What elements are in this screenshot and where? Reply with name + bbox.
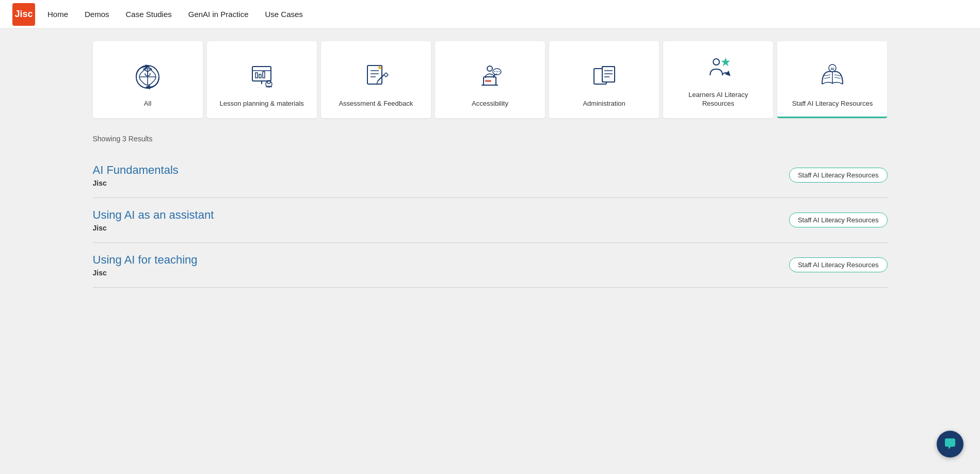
svg-point-31: [713, 59, 719, 65]
lesson-planning-icon: [245, 60, 278, 93]
category-staff-ai[interactable]: AI Staff AI Literacy Resources: [777, 41, 887, 118]
result-tag-1[interactable]: Staff AI Literacy Resources: [789, 213, 888, 227]
svg-marker-32: [721, 58, 730, 66]
result-item-0: AI Fundamentals Jisc Staff AI Literacy R…: [93, 153, 888, 198]
result-source-2: Jisc: [93, 269, 198, 277]
nav-genai[interactable]: GenAI in Practice: [188, 10, 249, 19]
result-tag-2[interactable]: Staff AI Literacy Resources: [789, 257, 888, 272]
svg-text:AI: AI: [830, 67, 834, 71]
result-info-2: Using AI for teaching Jisc: [93, 253, 198, 277]
administration-icon: [588, 60, 621, 93]
jisc-logo[interactable]: Jisc: [12, 3, 35, 26]
svg-rect-5: [255, 73, 258, 78]
category-all[interactable]: All: [93, 41, 203, 118]
svg-line-15: [378, 75, 384, 81]
staff-ai-icon: AI: [816, 60, 849, 93]
result-item-1: Using AI as an assistant Jisc Staff AI L…: [93, 198, 888, 243]
all-icon: [131, 60, 164, 93]
svg-point-17: [487, 66, 492, 71]
category-filter-row: All Lesson pla: [93, 41, 888, 118]
svg-rect-20: [485, 80, 491, 82]
svg-line-35: [834, 75, 841, 76]
result-title-1[interactable]: Using AI as an assistant: [93, 208, 214, 222]
result-info-0: AI Fundamentals Jisc: [93, 164, 179, 187]
category-accessibility[interactable]: Accessibility: [435, 41, 545, 118]
result-info-1: Using AI as an assistant Jisc: [93, 208, 214, 232]
category-staff-ai-label: Staff AI Literacy Resources: [792, 100, 873, 108]
category-accessibility-label: Accessibility: [472, 100, 508, 108]
category-learners-ai-label: Learners AI Literacy Resources: [671, 91, 765, 108]
category-learners-ai[interactable]: Learners AI Literacy Resources: [663, 41, 773, 118]
category-lesson-planning[interactable]: Lesson planning & materials: [207, 41, 317, 118]
category-assessment[interactable]: Assessment & Feedback: [321, 41, 431, 118]
result-item-2: Using AI for teaching Jisc Staff AI Lite…: [93, 243, 888, 288]
category-all-label: All: [144, 100, 151, 108]
result-title-0[interactable]: AI Fundamentals: [93, 164, 179, 177]
svg-line-33: [824, 75, 830, 76]
nav-home[interactable]: Home: [47, 10, 68, 19]
results-count: Showing 3 Results: [93, 135, 888, 143]
nav-use-cases[interactable]: Use Cases: [265, 10, 302, 19]
svg-rect-26: [602, 67, 615, 82]
category-lesson-planning-label: Lesson planning & materials: [220, 100, 304, 108]
category-administration-label: Administration: [583, 100, 625, 108]
main-content: All Lesson pla: [52, 29, 929, 300]
result-tag-0[interactable]: Staff AI Literacy Resources: [789, 168, 888, 183]
category-administration[interactable]: Administration: [549, 41, 659, 118]
svg-point-22: [494, 71, 495, 72]
svg-point-24: [499, 71, 500, 72]
result-title-2[interactable]: Using AI for teaching: [93, 253, 198, 267]
svg-rect-7: [263, 72, 265, 78]
result-source-0: Jisc: [93, 179, 179, 187]
category-assessment-label: Assessment & Feedback: [339, 100, 413, 108]
nav-case-studies[interactable]: Case Studies: [126, 10, 172, 19]
accessibility-icon: [473, 60, 506, 93]
results-list: AI Fundamentals Jisc Staff AI Literacy R…: [93, 153, 888, 288]
svg-rect-6: [259, 74, 261, 78]
result-source-1: Jisc: [93, 224, 214, 232]
header: Jisc Home Demos Case Studies GenAI in Pr…: [0, 0, 980, 29]
svg-line-36: [834, 77, 841, 78]
assessment-icon: [359, 60, 392, 93]
svg-point-23: [496, 71, 497, 72]
nav-demos[interactable]: Demos: [85, 10, 109, 19]
svg-line-34: [824, 77, 830, 78]
learners-ai-icon: [702, 52, 735, 85]
main-nav: Home Demos Case Studies GenAI in Practic…: [47, 10, 303, 19]
